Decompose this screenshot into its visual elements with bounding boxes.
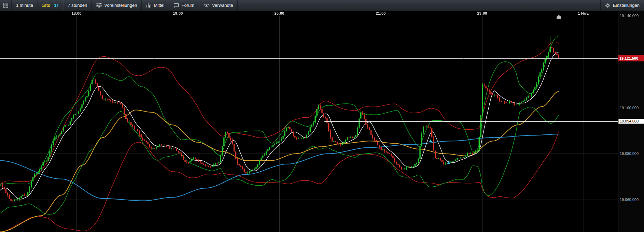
price-tick-label: 19.060,000 xyxy=(620,197,639,202)
related-label: Verwandte xyxy=(212,3,233,8)
forum-button[interactable]: Forum xyxy=(169,0,199,11)
gear-icon xyxy=(605,3,611,8)
quick-range-1t-button[interactable]: 1T xyxy=(54,3,59,8)
price-chart-canvas[interactable] xyxy=(0,11,618,232)
presets-button[interactable]: Voreinstellungen xyxy=(92,0,142,11)
presets-label: Voreinstellungen xyxy=(104,3,137,8)
time-axis-label: 20:00 xyxy=(274,11,284,15)
time-axis-label: 18:00 xyxy=(71,11,81,15)
averages-button[interactable]: Mittel xyxy=(142,0,169,11)
bar-chart-icon xyxy=(146,3,151,8)
timeframe-button[interactable]: 1 minute xyxy=(12,0,38,11)
current-price-badge: 19.121,500 xyxy=(618,55,644,61)
visible-range-button[interactable]: 7 stunden xyxy=(63,0,92,11)
marked-price-label: 19.094,000 xyxy=(618,119,644,124)
toolbar-spacer xyxy=(238,0,600,11)
visible-range-label: 7 stunden xyxy=(68,3,87,8)
related-button[interactable]: Verwandte xyxy=(199,0,238,11)
price-axis[interactable]: 19.140,000 19.100,000 19.080,000 19.060,… xyxy=(618,11,644,232)
forum-label: Forum xyxy=(181,3,194,8)
quick-range-group: 1std 1T xyxy=(38,0,63,11)
price-tick-label: 19.080,000 xyxy=(620,151,639,156)
layout-button[interactable] xyxy=(0,0,12,11)
grid-icon xyxy=(3,3,8,8)
time-axis-label: 23:00 xyxy=(477,11,487,15)
averages-label: Mittel xyxy=(154,3,164,8)
settings-label: Einstellungen xyxy=(613,3,640,8)
chart-toolbar: 1 minute 1std 1T 7 stunden Voreinstellun… xyxy=(0,0,644,11)
time-axis-label: 21:00 xyxy=(376,11,386,15)
settings-button[interactable]: Einstellungen xyxy=(600,0,644,11)
sliders-icon xyxy=(96,3,102,8)
price-tick-label: 19.100,000 xyxy=(620,105,639,111)
speech-bubble-icon xyxy=(173,3,179,8)
trading-app: 1 minute 1std 1T 7 stunden Voreinstellun… xyxy=(0,0,644,232)
price-tick-label: 19.140,000 xyxy=(620,13,639,18)
timeframe-label: 1 minute xyxy=(16,3,33,8)
time-axis-label: 1 Nov. xyxy=(578,11,589,15)
chart-area[interactable]: 18:00 19:00 20:00 21:00 23:00 1 Nov. 19.… xyxy=(0,11,644,232)
quick-range-1std-button[interactable]: 1std xyxy=(42,3,51,8)
eye-icon xyxy=(204,3,210,7)
time-axis-label: 19:00 xyxy=(173,11,183,15)
